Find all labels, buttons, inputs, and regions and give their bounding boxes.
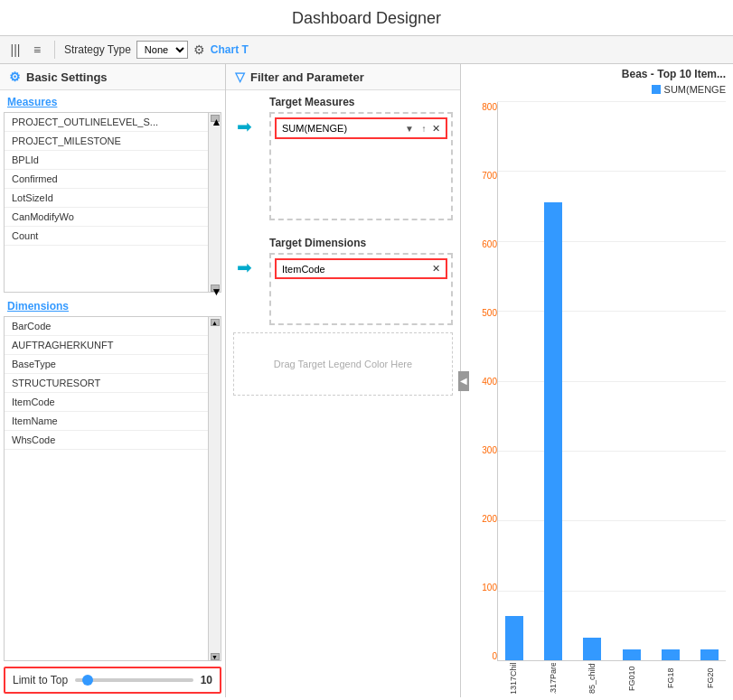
collapse-arrow[interactable]: ◀ (458, 371, 469, 391)
x-label: 11317Child (497, 663, 530, 694)
y-label: 600 (482, 239, 497, 249)
list-item[interactable]: LotSizeId (5, 189, 208, 208)
bar (623, 649, 641, 660)
list-item[interactable]: Count (5, 227, 208, 246)
right-arrow-icon: ➡ (237, 116, 252, 137)
scroll-up-arrow[interactable]: ▲ (211, 319, 220, 326)
measures-arrow: ➡ (226, 90, 262, 126)
list-item[interactable]: ItemName (5, 412, 208, 431)
filter-label: Filter and Parameter (250, 70, 364, 84)
x-label: 5785_childt... (576, 663, 608, 694)
list-item[interactable]: PROJECT_OUTLINELEVEL_S... (5, 113, 208, 132)
basic-settings-label: Basic Settings (26, 70, 108, 84)
target-measures-label: Target Measures (269, 96, 453, 108)
bar (544, 202, 562, 660)
right-panel: Beas - Top 10 Item... SUM(MENGE 800 700 … (461, 64, 733, 697)
x-label: FG010 (616, 663, 648, 694)
bar-group (616, 102, 647, 660)
dimensions-arrow: ➡ (226, 231, 262, 267)
y-label: 500 (482, 308, 497, 318)
list-item[interactable]: AUFTRAGHERKUNFT (5, 336, 208, 355)
x-label: 11317Parent (537, 663, 569, 694)
limit-slider[interactable] (75, 678, 193, 682)
target-dimensions-label: Target Dimensions (269, 237, 453, 249)
x-label: FG20 (694, 663, 727, 694)
filter-parameter-header: ▽ Filter and Parameter (226, 64, 460, 90)
remove-measure-button[interactable]: ✕ (432, 123, 440, 135)
measures-list-container: PROJECT_OUTLINELEVEL_S... PROJECT_MILEST… (4, 112, 221, 293)
bar (662, 649, 680, 660)
dimension-value: ItemCode (282, 264, 428, 275)
chart-tab-label[interactable]: Chart T (211, 43, 249, 56)
dimensions-scrollbar[interactable]: ▲ ▼ (208, 317, 221, 660)
bar (505, 616, 523, 660)
dropdown-arrow-icon[interactable]: ▼ (403, 122, 416, 135)
list-item[interactable]: ItemCode (5, 393, 208, 412)
target-dimensions-section: Target Dimensions ItemCode ✕ (262, 231, 460, 329)
gear-icon[interactable]: ⚙ (193, 42, 205, 57)
bar-group (498, 102, 530, 660)
strategy-label: Strategy Type (64, 43, 131, 56)
bar (700, 649, 719, 660)
limit-label: Limit to Top (13, 674, 68, 686)
chart-legend: SUM(MENGE (461, 84, 733, 98)
scroll-up-arrow[interactable]: ▲ (211, 115, 220, 122)
bar-group (694, 102, 726, 660)
measures-items: PROJECT_OUTLINELEVEL_S... PROJECT_MILEST… (5, 113, 208, 292)
dimensions-section-label: Dimensions (0, 294, 225, 314)
list-item[interactable]: WhsCode (5, 431, 208, 450)
measures-scrollbar[interactable]: ▲ ▼ (208, 113, 221, 292)
bar-group (654, 102, 686, 660)
y-label: 300 (482, 445, 497, 455)
drag-legend-area[interactable]: Drag Target Legend Color Here (233, 332, 453, 396)
dimensions-items: BarCode AUFTRAGHERKUNFT BaseType STRUCTU… (5, 317, 208, 660)
chart-title: Beas - Top 10 Item... (461, 64, 733, 84)
target-measures-drop-area[interactable]: SUM(MENGE) ▼ ↑ ✕ (269, 112, 453, 220)
scroll-down-arrow[interactable]: ▼ (211, 285, 220, 292)
move-up-icon[interactable]: ↑ (418, 122, 430, 135)
right-arrow-icon-dim: ➡ (237, 257, 252, 278)
x-axis-labels: 11317Child 11317Parent 5785_childt... FG… (497, 663, 726, 694)
list-item[interactable]: CanModifyWo (5, 208, 208, 227)
main-layout: ⚙ Basic Settings Measures PROJECT_OUTLIN… (0, 64, 733, 697)
y-label: 800 (482, 102, 497, 112)
list-item[interactable]: BarCode (5, 317, 208, 336)
remove-dimension-button[interactable]: ✕ (432, 263, 440, 275)
filter-icon: ▽ (235, 70, 245, 84)
strategy-select[interactable]: None (136, 41, 188, 59)
legend-label: SUM(MENGE (664, 84, 726, 95)
target-measure-item: SUM(MENGE) ▼ ↑ ✕ (275, 117, 447, 139)
list-item[interactable]: BPLId (5, 151, 208, 170)
scroll-down-arrow[interactable]: ▼ (211, 653, 220, 660)
list-item[interactable]: STRUCTURESORT (5, 374, 208, 393)
target-dimensions-drop-area[interactable]: ItemCode ✕ (269, 253, 453, 325)
measures-section-label: Measures (0, 90, 225, 110)
settings-icon: ⚙ (9, 70, 21, 84)
dimensions-list-container: BarCode AUFTRAGHERKUNFT BaseType STRUCTU… (4, 316, 221, 661)
bar (583, 638, 601, 660)
y-label: 700 (482, 171, 497, 181)
measure-value: SUM(MENGE) (282, 123, 399, 134)
left-panel: ⚙ Basic Settings Measures PROJECT_OUTLIN… (0, 64, 226, 697)
y-label: 200 (482, 514, 497, 524)
list-item[interactable]: PROJECT_MILESTONE (5, 132, 208, 151)
y-axis: 800 700 600 500 400 300 200 100 0 (468, 102, 497, 661)
slider-thumb[interactable] (82, 675, 93, 686)
x-label: FG18 (654, 663, 687, 694)
target-measures-section: Target Measures SUM(MENGE) ▼ ↑ ✕ (262, 90, 460, 224)
legend-color-dot (652, 85, 661, 94)
middle-panel: ▽ Filter and Parameter ➡ Target Measures… (226, 64, 461, 697)
basic-settings-header: ⚙ Basic Settings (0, 64, 225, 90)
list-icon: ≡ (29, 42, 45, 58)
bar-chart-icon: ||| (7, 42, 23, 58)
y-label: 400 (482, 377, 497, 387)
limit-to-top-section: Limit to Top 10 (4, 667, 221, 694)
page-title: Dashboard Designer (0, 0, 733, 35)
measure-controls: ▼ ↑ ✕ (403, 122, 440, 135)
list-item[interactable]: Confirmed (5, 170, 208, 189)
bars-container (497, 102, 726, 661)
y-label: 100 (482, 583, 497, 593)
toolbar: ||| ≡ Strategy Type None ⚙ Chart T (0, 35, 733, 64)
list-item[interactable]: BaseType (5, 355, 208, 374)
separator (54, 41, 55, 59)
